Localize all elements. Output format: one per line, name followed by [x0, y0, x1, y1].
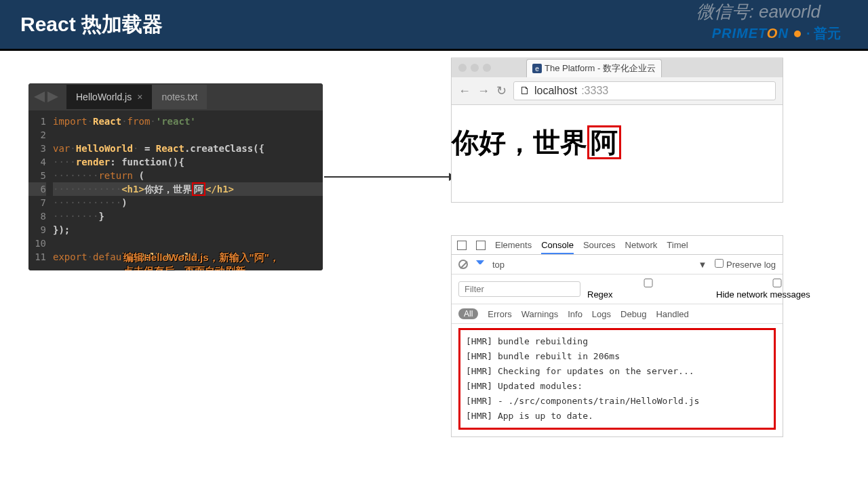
browser-tab-title: The Platform - 数字化企业云: [545, 62, 656, 75]
tab-timeline[interactable]: Timel: [667, 240, 688, 250]
url-port: :3333: [581, 85, 608, 97]
device-icon[interactable]: [476, 241, 486, 250]
code-body[interactable]: import·React·from·'react' var·HelloWorld…: [53, 115, 323, 264]
code-editor: HelloWorld.js × notes.txt 1 2 3 4 5 6 7 …: [28, 83, 323, 270]
tab-elements[interactable]: Elements: [495, 240, 532, 250]
filter-icon[interactable]: [476, 260, 484, 268]
browser-tab-bar: e The Platform - 数字化企业云: [452, 59, 783, 77]
console-line: [HMR] Checking for updates on the server…: [466, 364, 768, 379]
watermark: 微信号: eaworld: [696, 0, 821, 24]
devtools-panel: Elements Console Sources Network Timel t…: [451, 235, 783, 437]
console-line: [HMR] - ./src/components/train/HelloWorl…: [466, 394, 768, 409]
site-info-icon: 🗋: [519, 85, 530, 97]
minimize-window-icon[interactable]: [471, 64, 479, 72]
level-errors[interactable]: Errors: [488, 309, 511, 319]
level-debug[interactable]: Debug: [620, 309, 646, 319]
url-host: localhost: [534, 85, 577, 97]
url-bar[interactable]: 🗋 localhost:3333: [513, 81, 776, 100]
level-warnings[interactable]: Warnings: [521, 309, 558, 319]
inspect-icon[interactable]: [457, 241, 467, 250]
filter-input[interactable]: [458, 281, 580, 297]
level-all[interactable]: All: [458, 308, 478, 319]
log-levels: All Errors Warnings Info Logs Debug Hand…: [452, 304, 783, 324]
code-area: 1 2 3 4 5 6 7 8 9 10 11 import·React·fro…: [28, 110, 323, 270]
prev-tab-icon[interactable]: [34, 92, 45, 102]
tab-console[interactable]: Console: [541, 240, 574, 254]
console-line: [HMR] App is up to date.: [466, 409, 768, 424]
editor-tab-helloworld[interactable]: HelloWorld.js ×: [66, 85, 152, 109]
slide-title: React 热加载器: [20, 11, 163, 39]
browser-navbar: ← → ↻ 🗋 localhost:3333: [452, 77, 783, 105]
header-divider: [0, 49, 868, 51]
favicon-icon: e: [532, 64, 542, 73]
highlighted-output: 阿: [587, 125, 621, 159]
editor-tab-notes[interactable]: notes.txt: [152, 85, 207, 109]
browser-window: e The Platform - 数字化企业云 ← → ↻ 🗋 localhos…: [451, 58, 783, 203]
editor-tab-nav: [34, 92, 58, 102]
page-heading: 你好，世界阿: [452, 124, 783, 161]
close-icon[interactable]: ×: [137, 92, 142, 102]
context-selector[interactable]: top: [492, 260, 505, 270]
hide-network-checkbox[interactable]: Hide network messages: [716, 279, 838, 300]
console-toolbar: top ▼ Preserve log: [452, 255, 783, 274]
highlighted-char: 阿: [192, 182, 205, 196]
console-filter-row: Regex Hide network messages: [452, 274, 783, 304]
console-line: [HMR] bundle rebuilt in 206ms: [466, 349, 768, 364]
editor-tab-bar: HelloWorld.js × notes.txt: [28, 83, 323, 110]
close-window-icon[interactable]: [458, 64, 467, 72]
reload-icon[interactable]: ↻: [496, 83, 507, 98]
arrow-icon: [324, 176, 450, 178]
tab-label: HelloWorld.js: [76, 92, 132, 102]
clear-console-icon[interactable]: [458, 260, 468, 269]
browser-tab[interactable]: e The Platform - 数字化企业云: [526, 59, 662, 77]
level-handled[interactable]: Handled: [656, 309, 688, 319]
regex-checkbox[interactable]: Regex: [587, 279, 709, 300]
back-icon[interactable]: ←: [458, 84, 471, 98]
level-logs[interactable]: Logs: [592, 309, 611, 319]
level-info[interactable]: Info: [568, 309, 583, 319]
console-line: [HMR] bundle rebuilding: [466, 334, 768, 349]
tab-sources[interactable]: Sources: [583, 240, 616, 250]
console-output: [HMR] bundle rebuilding [HMR] bundle reb…: [458, 328, 776, 430]
devtools-tabs: Elements Console Sources Network Timel: [452, 236, 783, 255]
editor-annotation-2: 点击保存后，页面自动刷新: [123, 265, 245, 270]
editor-annotation-1: 编辑HelloWorld.js，新输入"阿"，: [123, 251, 279, 264]
line-gutter: 1 2 3 4 5 6 7 8 9 10 11: [28, 115, 53, 264]
next-tab-icon[interactable]: [47, 92, 58, 102]
preserve-log-checkbox[interactable]: Preserve log: [715, 259, 776, 270]
tab-label: notes.txt: [161, 92, 197, 102]
logo-dot-icon: [794, 30, 801, 37]
forward-icon[interactable]: →: [477, 84, 490, 98]
tab-network[interactable]: Network: [625, 240, 658, 250]
browser-viewport: 你好，世界阿: [452, 105, 783, 202]
console-line: [HMR] Updated modules:: [466, 379, 768, 394]
maximize-window-icon[interactable]: [483, 64, 491, 72]
primeton-logo: PRIMETON · 普元: [712, 24, 841, 43]
